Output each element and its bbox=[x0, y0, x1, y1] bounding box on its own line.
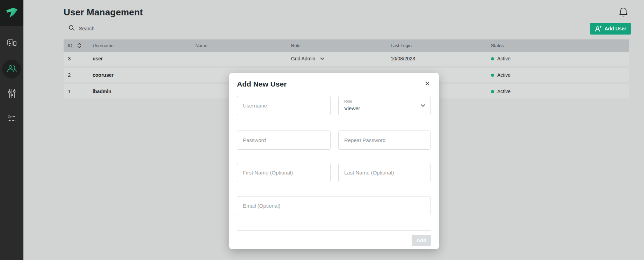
search-input[interactable] bbox=[79, 26, 296, 31]
devices-icon bbox=[7, 38, 17, 50]
cell-status: Active bbox=[497, 84, 511, 98]
role-dropdown[interactable]: Grid Admin bbox=[291, 52, 324, 66]
users-icon bbox=[7, 64, 17, 75]
status-badge: Active bbox=[491, 52, 511, 66]
sidebar bbox=[0, 0, 23, 260]
search-bar bbox=[68, 23, 313, 34]
column-header-status[interactable]: Status bbox=[491, 39, 504, 52]
status-dot bbox=[491, 57, 494, 60]
table-row[interactable]: 3 user Grid Admin 10/08/2023 Active bbox=[64, 52, 629, 66]
cell-username: cooruser bbox=[93, 68, 114, 82]
sidebar-item-settings[interactable] bbox=[0, 84, 23, 104]
last-name-field[interactable] bbox=[338, 163, 430, 182]
cell-username: ibadmin bbox=[93, 84, 111, 98]
email-field[interactable] bbox=[237, 196, 430, 215]
username-field[interactable] bbox=[237, 96, 331, 115]
add-user-button[interactable]: Add User bbox=[590, 23, 631, 35]
sidebar-item-devices[interactable] bbox=[0, 34, 23, 54]
status-dot bbox=[491, 90, 494, 93]
page-title: User Management bbox=[64, 7, 143, 18]
repeat-password-field[interactable] bbox=[338, 131, 430, 150]
close-icon[interactable]: ✕ bbox=[422, 79, 433, 89]
cell-last-login: 10/08/2023 bbox=[391, 52, 415, 66]
first-name-field[interactable] bbox=[237, 163, 331, 182]
password-field[interactable] bbox=[237, 131, 331, 150]
modal-title: Add New User bbox=[237, 80, 287, 88]
column-header-username[interactable]: Username bbox=[93, 39, 114, 52]
sort-icon[interactable] bbox=[77, 43, 82, 50]
add-button[interactable]: Add bbox=[412, 235, 431, 246]
sliders-icon bbox=[7, 89, 17, 100]
cell-status: Active bbox=[497, 52, 511, 66]
key-icon bbox=[7, 114, 17, 125]
add-new-user-modal: Add New User ✕ Role Viewer Add bbox=[229, 73, 439, 249]
role-select-value: Viewer bbox=[344, 105, 360, 111]
user-management-screen: User Management Add User ID bbox=[0, 0, 644, 260]
status-badge: Active bbox=[491, 84, 511, 98]
cell-status: Active bbox=[497, 68, 511, 82]
cell-role: Grid Admin bbox=[291, 52, 315, 66]
cell-id: 1 bbox=[68, 84, 71, 98]
role-select-label: Role bbox=[344, 99, 352, 103]
person-plus-icon bbox=[595, 25, 602, 32]
column-header-role[interactable]: Role bbox=[291, 39, 301, 52]
add-user-label: Add User bbox=[605, 26, 626, 31]
column-header-lastlogin[interactable]: Last Login bbox=[391, 39, 412, 52]
status-dot bbox=[491, 74, 494, 77]
role-select[interactable]: Role Viewer bbox=[338, 96, 430, 115]
table-header-row: ID Username Name Role Last Login Status bbox=[64, 39, 629, 52]
sidebar-item-credentials[interactable] bbox=[0, 110, 23, 129]
cell-id: 3 bbox=[68, 52, 71, 66]
app-logo[interactable] bbox=[0, 0, 23, 26]
chevron-down-icon bbox=[320, 57, 324, 60]
modal-divider bbox=[237, 230, 431, 231]
search-icon bbox=[68, 25, 75, 32]
notification-bell-icon[interactable] bbox=[618, 7, 629, 18]
logo-icon bbox=[5, 7, 19, 19]
status-badge: Active bbox=[491, 68, 511, 82]
column-header-name[interactable]: Name bbox=[195, 39, 208, 52]
cell-username: user bbox=[93, 52, 103, 66]
cell-id: 2 bbox=[68, 68, 71, 82]
sidebar-item-users[interactable] bbox=[0, 59, 23, 79]
column-header-id[interactable]: ID bbox=[68, 39, 72, 52]
